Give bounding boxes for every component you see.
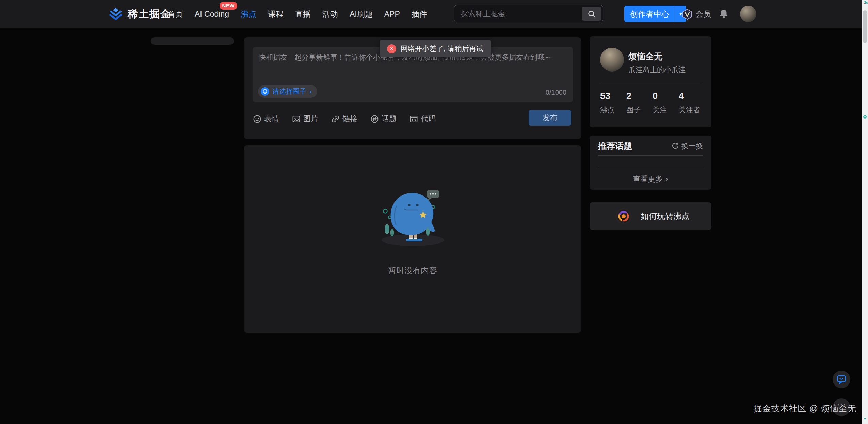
composer-toolbar: 表情 图片 链接 <box>253 114 436 124</box>
pins-guide-icon <box>615 208 632 224</box>
juejin-logo-icon <box>108 7 123 21</box>
pin-feed-card: 暂时没有内容 <box>244 145 581 333</box>
nav-item-plugins[interactable]: 插件 <box>412 9 427 19</box>
vip-link[interactable]: 会员 <box>682 0 711 28</box>
nav-item-ai-coding[interactable]: AI Coding NEW <box>195 10 229 19</box>
profile-card: 烦恼全无 爪洼岛上的小爪洼 53 沸点 2 圈子 0 关注 4 关注者 <box>590 36 711 127</box>
topics-title: 推荐话题 <box>598 140 632 152</box>
publish-button[interactable]: 发布 <box>529 110 571 126</box>
profile-stats: 53 沸点 2 圈子 0 关注 4 关注者 <box>600 91 700 115</box>
nav-item-live[interactable]: 直播 <box>295 9 311 19</box>
select-circle-button[interactable]: 请选择圈子 › <box>258 85 317 98</box>
circle-icon <box>261 87 269 96</box>
logo-text: 稀土掘金 <box>128 7 171 21</box>
char-counter: 0/1000 <box>546 89 566 96</box>
stat-followers[interactable]: 4 关注者 <box>679 91 700 115</box>
stat-circles[interactable]: 2 圈子 <box>626 91 653 115</box>
nav-item-home[interactable]: 首页 <box>167 9 183 19</box>
how-to-play-pins-card[interactable]: 如何玩转沸点 <box>590 202 711 230</box>
creator-center-button[interactable]: 创作者中心 ▾ <box>624 6 686 22</box>
refresh-topics-button[interactable]: 换一换 <box>672 141 703 151</box>
chat-bubble-icon <box>836 374 847 385</box>
divider <box>598 155 703 156</box>
stat-following[interactable]: 0 关注 <box>653 91 679 115</box>
sidebar-loading-skeleton <box>151 37 234 45</box>
profile-avatar[interactable] <box>600 48 624 72</box>
topic-tool-button[interactable]: 话题 <box>370 114 397 124</box>
vip-badge-icon <box>682 9 692 20</box>
link-tool-button[interactable]: 链接 <box>331 114 357 124</box>
profile-divider <box>600 82 701 82</box>
vip-label: 会员 <box>695 9 711 19</box>
feedback-chat-button[interactable] <box>833 371 850 388</box>
user-avatar[interactable] <box>740 6 756 22</box>
search-icon <box>587 10 596 18</box>
scroll-up-arrow[interactable]: ▲ <box>862 1 868 5</box>
refresh-icon <box>672 142 679 150</box>
nav-item-app[interactable]: APP <box>384 10 400 19</box>
toast-message: 网络开小差了, 请稍后再试 <box>401 44 483 53</box>
empty-state-illustration <box>376 190 451 248</box>
chevron-right-icon: › <box>665 175 668 184</box>
top-navbar: 稀土掘金 首页 AI Coding NEW 沸点 课程 直播 活动 AI刷题 A… <box>0 0 868 28</box>
profile-subtitle: 爪洼岛上的小爪洼 <box>628 65 686 75</box>
view-more-topics-link[interactable]: 查看更多 › <box>590 174 711 184</box>
nav-item-courses[interactable]: 课程 <box>268 9 284 19</box>
code-icon <box>409 115 418 123</box>
divider <box>598 168 703 168</box>
nav-item-ai-quiz[interactable]: AI刷题 <box>350 9 373 19</box>
error-toast: ✕ 网络开小差了, 请稍后再试 <box>380 40 491 57</box>
new-badge: NEW <box>220 2 238 10</box>
code-tool-button[interactable]: 代码 <box>409 114 436 124</box>
creator-center-label: 创作者中心 <box>624 6 675 22</box>
search-input[interactable] <box>454 10 582 18</box>
profile-name[interactable]: 烦恼全无 <box>628 51 662 62</box>
nav-item-events[interactable]: 活动 <box>322 9 338 19</box>
link-icon <box>331 115 340 123</box>
scrollbar-track[interactable]: ▲ ▼ <box>862 0 868 424</box>
image-tool-button[interactable]: 图片 <box>292 114 318 124</box>
emoji-tool-button[interactable]: 表情 <box>253 114 279 124</box>
select-circle-label: 请选择圈子 <box>272 87 306 96</box>
error-close-icon: ✕ <box>387 44 396 53</box>
notification-bell-icon[interactable] <box>719 9 728 19</box>
main-nav: 首页 AI Coding NEW 沸点 课程 直播 活动 AI刷题 APP 插件 <box>167 0 427 28</box>
image-icon <box>292 115 301 123</box>
recommended-topics-card: 推荐话题 换一换 查看更多 › <box>590 136 711 190</box>
nav-item-pins[interactable]: 沸点 <box>241 9 256 19</box>
emoji-icon <box>253 115 261 123</box>
search-bar <box>454 5 603 22</box>
topic-hash-icon <box>370 115 379 123</box>
pins-guide-label: 如何玩转沸点 <box>641 211 690 222</box>
juejin-logo[interactable]: 稀土掘金 <box>108 0 171 28</box>
watermark-text: 掘金技术社区 @ 烦恼全无 <box>754 403 856 414</box>
chevron-right-icon: › <box>309 88 312 95</box>
search-button[interactable] <box>582 7 601 21</box>
empty-state-text: 暂时没有内容 <box>244 265 581 276</box>
scrollbar-thumb[interactable] <box>863 10 867 43</box>
scroll-down-arrow[interactable]: ▼ <box>862 417 868 421</box>
stat-pins[interactable]: 53 沸点 <box>600 91 626 115</box>
scrollbar-teal-mark <box>863 115 867 119</box>
